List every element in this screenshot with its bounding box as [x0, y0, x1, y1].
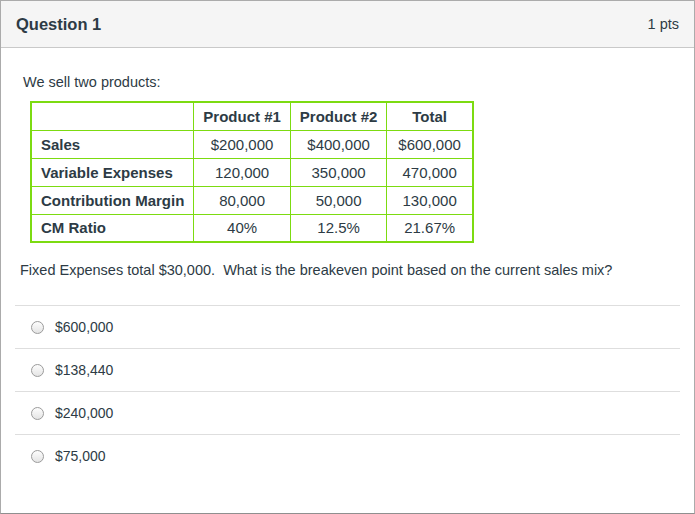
question-points: 1 pts: [648, 16, 679, 32]
products-table: Product #1Product #2Total Sales$200,000$…: [30, 101, 474, 243]
question-card: Question 1 1 pts We sell two products: P…: [0, 0, 695, 514]
row-label: Sales: [31, 130, 194, 158]
answer-options: $600,000 $138,440 $240,000 $75,000: [15, 305, 680, 477]
intro-text: We sell two products:: [23, 74, 680, 90]
row-label: Contribution Margin: [31, 186, 194, 214]
table-row: Sales$200,000$400,000$600,000: [31, 130, 473, 158]
table-cell: 130,000: [387, 186, 473, 214]
table-cell: 21.67%: [387, 214, 473, 242]
question-text: Fixed Expenses total $30,000. What is th…: [20, 262, 680, 278]
answer-option-label: $240,000: [55, 405, 113, 421]
radio-button-icon[interactable]: [31, 450, 44, 463]
table-cell: 350,000: [290, 158, 387, 186]
table-cell: 50,000: [290, 186, 387, 214]
table-cell: 12.5%: [290, 214, 387, 242]
table-cell: 80,000: [194, 186, 291, 214]
row-label: CM Ratio: [31, 214, 194, 242]
answer-option[interactable]: $138,440: [15, 348, 680, 391]
answer-option-label: $600,000: [55, 319, 113, 335]
table-column-header: Product #1: [194, 102, 291, 130]
answer-option-label: $138,440: [55, 362, 113, 378]
table-body: Sales$200,000$400,000$600,000Variable Ex…: [31, 130, 473, 242]
table-column-header: Total: [387, 102, 473, 130]
table-row: CM Ratio40%12.5%21.67%: [31, 214, 473, 242]
question-title: Question 1: [16, 15, 101, 34]
table-cell: 40%: [194, 214, 291, 242]
table-cell: 120,000: [194, 158, 291, 186]
row-label: Variable Expenses: [31, 158, 194, 186]
table-corner-cell: [31, 102, 194, 130]
table-cell: $200,000: [194, 130, 291, 158]
answer-option-label: $75,000: [55, 448, 106, 464]
table-cell: $400,000: [290, 130, 387, 158]
table-row: Contribution Margin80,00050,000130,000: [31, 186, 473, 214]
table-header-row: Product #1Product #2Total: [31, 102, 473, 130]
table-row: Variable Expenses120,000350,000470,000: [31, 158, 473, 186]
answer-option[interactable]: $240,000: [15, 391, 680, 434]
answer-option[interactable]: $600,000: [15, 305, 680, 348]
radio-button-icon[interactable]: [31, 364, 44, 377]
question-body: We sell two products: Product #1Product …: [1, 48, 694, 477]
question-header: Question 1 1 pts: [1, 1, 694, 48]
table-cell: $600,000: [387, 130, 473, 158]
radio-button-icon[interactable]: [31, 321, 44, 334]
radio-button-icon[interactable]: [31, 407, 44, 420]
table-cell: 470,000: [387, 158, 473, 186]
table-column-header: Product #2: [290, 102, 387, 130]
answer-option[interactable]: $75,000: [15, 434, 680, 477]
